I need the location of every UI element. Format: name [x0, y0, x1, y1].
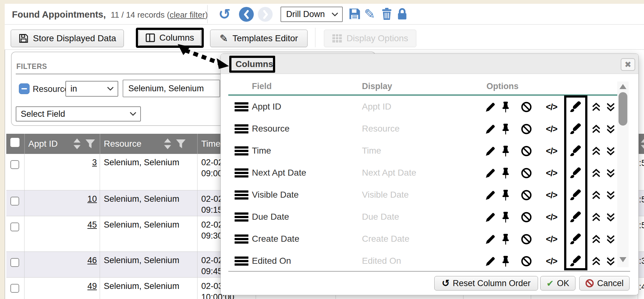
move-bottom-icon[interactable] — [606, 102, 615, 112]
code-icon[interactable]: </> — [546, 146, 557, 156]
sort-icon[interactable] — [640, 138, 644, 150]
row-checkbox[interactable] — [10, 197, 19, 206]
select-all-checkbox[interactable] — [10, 138, 19, 147]
column-header-resource[interactable]: Resource — [104, 139, 142, 149]
row-checkbox[interactable] — [10, 284, 19, 293]
pin-icon[interactable] — [501, 167, 510, 179]
dialog-titlebar[interactable] — [221, 54, 638, 74]
code-icon[interactable]: </> — [546, 212, 557, 222]
appt-id-link[interactable]: 46 — [25, 256, 97, 265]
forward-icon[interactable] — [258, 7, 273, 22]
move-bottom-icon[interactable] — [606, 212, 615, 222]
edit-pencil-icon[interactable]: ✎ — [364, 6, 375, 22]
sort-icon[interactable] — [164, 138, 172, 150]
appt-id-link[interactable]: 10 — [25, 194, 97, 204]
dialog-column-row[interactable]: Appt ID Appt ID </> — [221, 96, 618, 118]
undo-icon[interactable]: ↺ — [216, 6, 233, 22]
filter-funnel-icon[interactable] — [175, 139, 186, 151]
scroll-down-icon[interactable] — [619, 257, 626, 262]
select-field-dropdown[interactable]: Select Field — [16, 106, 141, 121]
disable-icon[interactable] — [521, 256, 532, 267]
pin-icon[interactable] — [501, 256, 510, 267]
move-top-icon[interactable] — [591, 102, 601, 112]
row-checkbox[interactable] — [10, 160, 19, 169]
drag-handle-icon[interactable] — [235, 102, 248, 113]
save-icon[interactable] — [348, 8, 361, 21]
drag-handle-icon[interactable] — [235, 257, 248, 267]
store-displayed-data-button[interactable]: Store Displayed Data — [11, 30, 124, 47]
close-icon[interactable]: ✖ — [621, 58, 635, 71]
move-top-icon[interactable] — [591, 212, 601, 222]
drag-handle-icon[interactable] — [235, 234, 248, 245]
disable-icon[interactable] — [521, 102, 532, 112]
drill-down-select[interactable]: Drill Down — [280, 7, 343, 22]
move-bottom-icon[interactable] — [606, 146, 615, 156]
appt-id-link[interactable]: 45 — [25, 220, 97, 230]
column-header-time[interactable]: Time — [201, 139, 220, 149]
reset-column-order-button[interactable]: ↺ Reset Column Order — [434, 276, 538, 291]
drag-handle-icon[interactable] — [235, 146, 248, 157]
code-icon[interactable]: </> — [546, 102, 557, 112]
pin-icon[interactable] — [501, 189, 510, 201]
move-bottom-icon[interactable] — [606, 257, 615, 266]
edit-pencil-icon[interactable] — [486, 234, 496, 244]
column-header-appt-id[interactable]: Appt ID — [28, 139, 58, 149]
move-bottom-icon[interactable] — [606, 124, 615, 134]
edit-pencil-icon[interactable] — [486, 146, 496, 156]
back-icon[interactable] — [239, 7, 254, 22]
filter-operator-select[interactable]: in — [65, 81, 118, 97]
move-bottom-icon[interactable] — [606, 190, 615, 200]
move-top-icon[interactable] — [591, 257, 601, 266]
dialog-column-row[interactable]: Create Date Create Date </> — [221, 228, 618, 250]
disable-icon[interactable] — [521, 190, 532, 200]
dialog-column-row[interactable]: Due Date Due Date </> — [221, 206, 618, 228]
lock-icon[interactable] — [396, 8, 408, 21]
dialog-column-row[interactable]: Edited On Edited On </> — [221, 250, 618, 272]
pin-icon[interactable] — [501, 101, 510, 113]
drag-handle-icon[interactable] — [235, 212, 248, 223]
dialog-scrollbar[interactable] — [617, 82, 629, 267]
disable-icon[interactable] — [521, 124, 532, 134]
code-icon[interactable]: </> — [546, 234, 557, 244]
edit-pencil-icon[interactable] — [486, 168, 496, 178]
move-top-icon[interactable] — [591, 168, 601, 178]
edit-pencil-icon[interactable] — [486, 256, 496, 266]
appt-id-link[interactable]: 3 — [25, 158, 97, 167]
disable-icon[interactable] — [521, 146, 532, 156]
edit-pencil-icon[interactable] — [486, 212, 496, 222]
scroll-up-icon[interactable] — [619, 84, 626, 89]
code-icon[interactable]: </> — [546, 124, 557, 134]
drag-handle-icon[interactable] — [235, 190, 248, 201]
move-top-icon[interactable] — [591, 190, 601, 200]
dialog-column-row[interactable]: Next Apt Date Next Apt Date </> — [221, 162, 618, 184]
move-top-icon[interactable] — [591, 124, 601, 134]
remove-filter-button[interactable] — [19, 83, 30, 94]
sort-icon[interactable] — [73, 138, 81, 150]
row-checkbox[interactable] — [10, 223, 19, 231]
clear-filter-link[interactable]: clear filter — [169, 10, 205, 20]
drag-handle-icon[interactable] — [235, 168, 248, 179]
move-bottom-icon[interactable] — [606, 168, 615, 178]
dialog-column-row[interactable]: Resource Resource </> — [221, 118, 618, 140]
drag-handle-icon[interactable] — [235, 124, 248, 135]
filter-funnel-icon[interactable] — [85, 139, 96, 151]
pin-icon[interactable] — [501, 212, 510, 223]
dialog-column-row[interactable]: Time Time </> — [221, 140, 618, 162]
scrollbar-thumb[interactable] — [619, 92, 627, 126]
row-checkbox[interactable] — [10, 258, 19, 267]
appt-id-link[interactable]: 49 — [25, 281, 97, 291]
code-icon[interactable]: </> — [546, 257, 557, 266]
pin-icon[interactable] — [501, 234, 510, 245]
pin-icon[interactable] — [501, 123, 510, 135]
disable-icon[interactable] — [521, 212, 532, 223]
dialog-column-row[interactable]: Visible Date Visible Date </> — [221, 184, 618, 206]
move-top-icon[interactable] — [591, 146, 601, 156]
code-icon[interactable]: </> — [546, 168, 557, 178]
ok-button[interactable]: ✔ OK — [540, 276, 575, 291]
filter-value-input[interactable]: Selenium, Selenium — [123, 80, 220, 97]
move-bottom-icon[interactable] — [606, 234, 615, 244]
trash-icon[interactable] — [380, 8, 393, 21]
disable-icon[interactable] — [521, 234, 532, 245]
display-options-button[interactable]: Display Options — [324, 30, 416, 47]
cancel-button[interactable]: Cancel — [579, 276, 630, 291]
